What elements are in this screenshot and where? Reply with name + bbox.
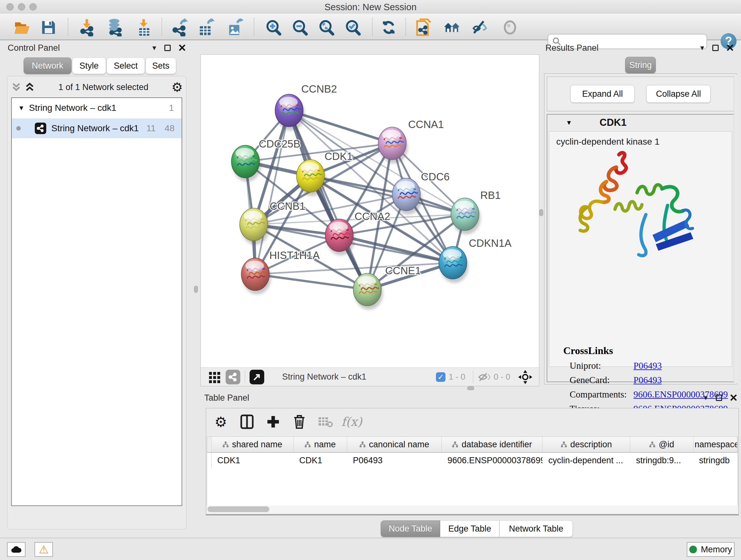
float-panel-icon[interactable]	[164, 45, 171, 51]
table-settings-gear-icon[interactable]: ⚙	[212, 414, 229, 430]
tab-style[interactable]: Style	[72, 57, 106, 74]
selected-items-checkbox[interactable]: ✓	[436, 372, 446, 382]
scrollbar-thumb[interactable]	[207, 506, 269, 512]
collapse-all-button[interactable]: Collapse All	[646, 85, 711, 103]
memory-button[interactable]: Memory	[687, 542, 735, 557]
tab-network[interactable]: Network	[23, 57, 71, 74]
column-header-canonical-name[interactable]: canonical name	[347, 437, 442, 452]
network-collection-row[interactable]: ▼ String Network – cdk1 1	[12, 99, 182, 117]
table-cell[interactable]: CDK1	[212, 453, 293, 468]
close-panel-icon[interactable]: ✕	[729, 395, 738, 401]
import-network-from-database-icon[interactable]	[107, 19, 123, 36]
node-label-CCNA1: CCNA1	[408, 118, 444, 130]
network-canvas[interactable]: CCNB2CCNA1CDC25BCDK1CDC6RB1CCNB1CCNA2CDK…	[201, 55, 539, 368]
zoom-fit-icon[interactable]	[319, 19, 335, 36]
network-edge-HIST1H1A-CCNE1[interactable]	[255, 274, 367, 290]
tab-network-table[interactable]: Network Table	[499, 520, 573, 537]
table-row[interactable]: CDK1CDK1P064939606.ENSP00000378699cyclin…	[207, 453, 738, 468]
network-node-CCNA2[interactable]	[325, 219, 353, 252]
fit-content-crosshair-icon[interactable]	[518, 370, 533, 384]
network-node-CDKN1A[interactable]	[439, 246, 467, 279]
open-session-icon[interactable]	[14, 19, 30, 36]
table-cell[interactable]: stringdb	[693, 453, 738, 468]
panel-menu-icon[interactable]: ▼	[699, 44, 705, 52]
show-eye-icon[interactable]	[502, 19, 518, 36]
zoom-selected-icon[interactable]	[345, 19, 361, 36]
network-list-panel: 1 of 1 Network selected ⚙ ▼ String Netwo…	[7, 76, 186, 530]
hide-glasses-icon[interactable]	[472, 19, 488, 36]
grid-view-icon[interactable]	[208, 371, 221, 383]
network-node-CDK1[interactable]	[296, 160, 325, 192]
table-horizontal-scrollbar[interactable]	[207, 505, 738, 513]
export-network-icon[interactable]	[172, 19, 188, 36]
import-table-from-file-icon[interactable]	[136, 19, 152, 36]
network-options-gear-icon[interactable]: ⚙	[172, 81, 183, 94]
function-builder-icon[interactable]: f(x)	[343, 414, 360, 430]
float-panel-icon[interactable]	[716, 395, 722, 401]
delete-column-trash-icon[interactable]	[291, 414, 308, 430]
expand-all-icon[interactable]	[24, 82, 36, 92]
table-cell[interactable]: CDK1	[293, 453, 347, 468]
close-panel-icon[interactable]: ✕	[178, 45, 186, 51]
crosslink-link[interactable]: P06493	[633, 375, 662, 385]
panel-menu-icon[interactable]: ▼	[702, 394, 709, 401]
tab-node-table[interactable]: Node Table	[381, 520, 440, 537]
tab-select[interactable]: Select	[107, 57, 145, 74]
zoom-out-icon[interactable]	[292, 19, 309, 36]
column-header-shared-name[interactable]: shared name	[212, 437, 293, 452]
network-node-CCNA1[interactable]	[378, 127, 406, 160]
cloud-status-button[interactable]	[7, 542, 25, 557]
refresh-icon[interactable]	[381, 19, 397, 36]
results-panel: Results Panel ▼ ✕ String Expand All Coll…	[542, 42, 739, 387]
collection-expander-icon[interactable]: ▼	[18, 105, 24, 112]
network-node-CDC25B[interactable]	[231, 145, 259, 178]
network-node-HIST1H1A[interactable]	[241, 258, 269, 291]
network-node-CCNE1[interactable]	[353, 273, 381, 306]
table-cell[interactable]: stringdb:9...	[630, 453, 693, 468]
home-icon[interactable]	[444, 19, 460, 36]
float-panel-icon[interactable]	[712, 45, 719, 51]
add-column-icon[interactable]	[265, 414, 281, 430]
column-header-namespace[interactable]: namespace	[693, 437, 738, 452]
tab-edge-table[interactable]: Edge Table	[440, 520, 499, 537]
column-header--id[interactable]: @id	[630, 437, 693, 452]
network-birdseye-icon[interactable]	[226, 370, 240, 384]
toolbar-divider	[372, 18, 373, 36]
collapse-all-icon[interactable]	[10, 82, 22, 92]
results-scrollbar[interactable]	[734, 75, 738, 383]
import-network-from-file-icon[interactable]	[78, 19, 95, 36]
open-in-window-icon[interactable]	[250, 370, 264, 384]
network-node-RB1[interactable]	[451, 198, 479, 231]
network-row-selected[interactable]: String Network – cdk1 11 48	[12, 118, 182, 138]
edge-count: 48	[165, 123, 175, 133]
expand-all-button[interactable]: Expand All	[570, 85, 635, 103]
hidden-items-icon	[478, 372, 490, 382]
network-node-CCNB2[interactable]	[275, 94, 303, 127]
column-header-description[interactable]: description	[542, 437, 630, 452]
show-columns-icon[interactable]	[239, 414, 255, 430]
crosslink-link[interactable]: P06493	[633, 361, 662, 371]
network-node-CCNB1[interactable]	[240, 208, 268, 241]
share-document-icon[interactable]	[415, 19, 432, 36]
warnings-button[interactable]: ⚠	[35, 542, 53, 557]
section-title: CDK1	[600, 117, 626, 128]
save-session-icon[interactable]	[40, 19, 57, 36]
section-expander-icon[interactable]: ▼	[566, 119, 572, 126]
tab-sets[interactable]: Sets	[145, 57, 176, 74]
column-header-database-identifier[interactable]: database identifier	[442, 437, 542, 452]
network-node-CDC6[interactable]	[392, 178, 420, 211]
tab-string[interactable]: String	[625, 57, 656, 73]
table-cell[interactable]: P06493	[347, 453, 442, 468]
protein-structure-image	[568, 150, 702, 259]
delete-table-icon[interactable]	[317, 414, 334, 430]
column-header-name[interactable]: name	[293, 437, 347, 452]
zoom-in-icon[interactable]	[266, 19, 282, 36]
table-cell[interactable]: cyclin-dependent ...	[542, 453, 630, 468]
close-panel-icon[interactable]: ✕	[726, 45, 734, 51]
export-table-icon[interactable]	[198, 19, 214, 36]
table-cell[interactable]: 9606.ENSP00000378699	[442, 453, 542, 468]
splitter-grip[interactable]	[194, 286, 198, 293]
splitter-grip[interactable]	[467, 386, 474, 390]
export-image-icon[interactable]	[226, 19, 243, 36]
panel-menu-icon[interactable]: ▼	[151, 44, 157, 52]
